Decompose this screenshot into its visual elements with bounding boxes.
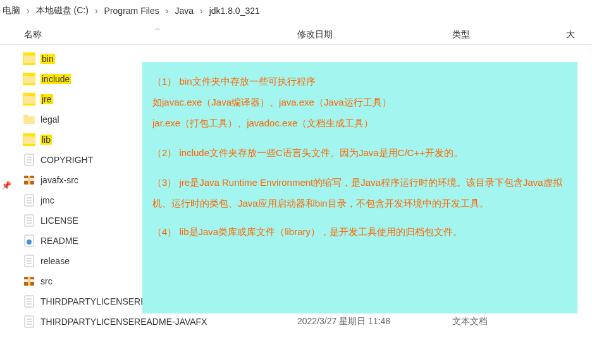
folder-icon	[23, 93, 35, 106]
doc-icon	[23, 194, 35, 207]
folder-icon	[23, 133, 35, 146]
breadcrumb-item[interactable]: 电脑	[0, 5, 23, 16]
file-name: LICENSE	[40, 215, 78, 226]
archive-icon	[23, 174, 35, 186]
annotation-text: （3） jre是Java Runtime Environment的缩写，是Jav…	[152, 172, 567, 214]
file-name: jre	[40, 94, 53, 104]
file-row[interactable]: THIRDPARTYLICENSEREADME-JAVAFX2022/3/27 …	[0, 312, 592, 332]
chevron-right-icon: ›	[196, 6, 207, 16]
column-header-size[interactable]: 大	[566, 29, 575, 40]
file-name: README	[40, 236, 78, 246]
column-header-name[interactable]: 名称	[0, 29, 297, 40]
svg-rect-7	[23, 116, 35, 124]
annotation-text: （1） bin文件夹中存放一些可执行程序	[152, 71, 567, 92]
annotation-overlay: （1） bin文件夹中存放一些可执行程序 如javac.exe（Java编译器）…	[142, 62, 577, 313]
annotation-text: jar.exe（打包工具）、javadoc.exe（文档生成工具）	[152, 112, 567, 133]
breadcrumb-item[interactable]: jdk1.8.0_321	[207, 6, 262, 16]
svg-rect-3	[23, 76, 35, 83]
svg-rect-33	[28, 277, 30, 286]
file-name: include	[40, 74, 71, 84]
column-header-date[interactable]: 修改日期	[297, 29, 452, 40]
file-name: bin	[40, 54, 55, 64]
svg-rect-16	[28, 176, 30, 185]
folder-icon	[23, 52, 35, 65]
doc-icon	[23, 214, 35, 227]
file-name: legal	[40, 114, 59, 124]
column-header-type[interactable]: 类型	[452, 29, 566, 40]
file-name: src	[40, 276, 52, 286]
doc-icon	[23, 154, 35, 166]
svg-rect-5	[23, 96, 35, 104]
breadcrumb-item[interactable]: 本地磁盘 (C:)	[34, 5, 91, 16]
svg-rect-1	[23, 56, 35, 63]
file-name: javafx-src	[40, 175, 78, 185]
svg-point-26	[27, 240, 32, 245]
column-headers: ︿ 名称 修改日期 类型 大	[0, 24, 592, 45]
file-type: 文本文档	[452, 316, 566, 327]
svg-rect-9	[23, 136, 35, 144]
annotation-text: 如javac.exe（Java编译器）、java.exe（Java运行工具）	[152, 92, 567, 112]
annotation-text: （2） include文件夹存放一些C语言头文件。因为Java是用C/C++开发…	[152, 142, 567, 163]
doc-icon	[23, 255, 35, 267]
file-name: lib	[40, 135, 52, 145]
folder-icon	[23, 73, 35, 85]
pin-icon: 📌	[0, 181, 13, 190]
file-name: jmc	[40, 195, 54, 205]
file-name-cell: THIRDPARTYLICENSEREADME-JAVAFX	[23, 315, 297, 328]
chevron-right-icon: ›	[91, 6, 102, 16]
doc-icon	[23, 295, 35, 308]
annotation-text: （4） lib是Java类库或库文件（library），是开发工具使用的归档包文…	[152, 221, 567, 242]
file-name: THIRDPARTYLICENSEREADME-JAVAFX	[40, 317, 207, 327]
archive-icon	[23, 275, 35, 288]
folder-icon	[23, 113, 35, 126]
breadcrumb[interactable]: 电脑 › 本地磁盘 (C:) › Program Files › Java › …	[0, 0, 592, 24]
breadcrumb-item[interactable]: Java	[172, 6, 196, 16]
file-name: release	[40, 256, 70, 266]
chevron-right-icon: ›	[23, 6, 34, 16]
sort-indicator-icon: ︿	[154, 24, 161, 33]
file-name: COPYRIGHT	[40, 155, 93, 165]
html-icon	[23, 234, 35, 247]
breadcrumb-item[interactable]: Program Files	[102, 6, 162, 16]
chevron-right-icon: ›	[162, 6, 173, 16]
doc-icon	[23, 315, 35, 328]
file-date: 2022/3/27 星期日 11:48	[297, 316, 452, 327]
